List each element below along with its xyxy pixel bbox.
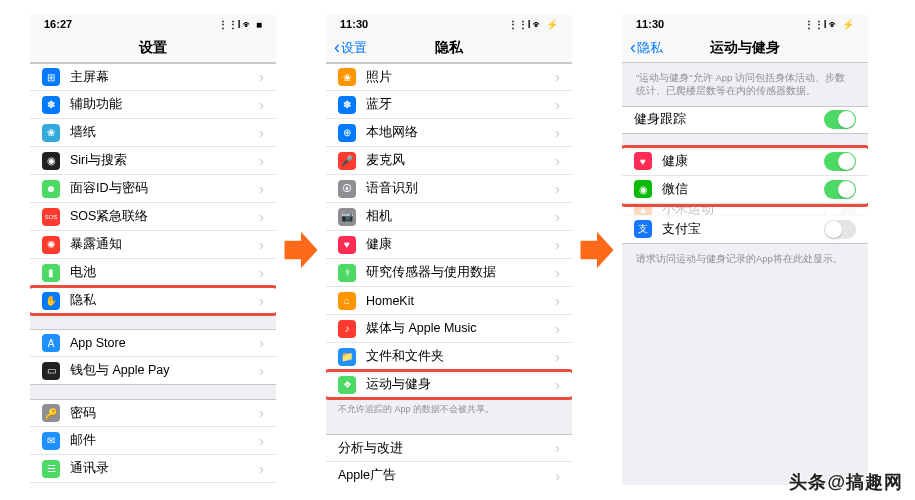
app-icon: ❀	[42, 124, 60, 142]
row-fitness-tracking[interactable]: 健身跟踪	[622, 106, 868, 134]
svg-marker-0	[285, 232, 318, 269]
chevron-left-icon: ‹	[630, 37, 636, 58]
app-icon: 🎤	[338, 152, 356, 170]
chevron-right-icon: ›	[259, 461, 264, 477]
chevron-left-icon: ‹	[334, 37, 340, 58]
settings-row[interactable]: ✽辅助功能›	[30, 91, 276, 119]
settings-row[interactable]: ☻面容ID与密码›	[30, 175, 276, 203]
settings-row[interactable]: ⊕本地网络›	[326, 119, 572, 147]
settings-row[interactable]: ♥健康	[622, 148, 868, 176]
settings-row[interactable]: ⦿语音识别›	[326, 175, 572, 203]
status-bar: 11:30 ⋮⋮l ᯤ ⚡	[326, 15, 572, 33]
settings-row[interactable]: ❀照片›	[326, 63, 572, 91]
apps-group: ♥健康◉微信▲小米运动支支付宝	[622, 148, 868, 244]
toggle-fitness-tracking[interactable]	[824, 110, 856, 129]
chevron-right-icon: ›	[259, 265, 264, 281]
settings-row[interactable]: ▭钱包与 Apple Pay›	[30, 357, 276, 385]
app-icon: ♥	[634, 152, 652, 170]
time: 11:30	[340, 18, 368, 30]
row-label: 本地网络	[366, 124, 555, 141]
settings-row[interactable]: ✽蓝牙›	[326, 91, 572, 119]
app-icon: ❀	[338, 68, 356, 86]
back-button[interactable]: ‹设置	[334, 37, 367, 58]
row-label: 微信	[662, 181, 824, 198]
settings-row[interactable]: ✉邮件›	[30, 427, 276, 455]
signal-wifi-battery: ⋮⋮l ᯤ ■	[218, 19, 262, 30]
toggle[interactable]	[824, 204, 856, 216]
chevron-right-icon: ›	[259, 405, 264, 421]
chevron-right-icon: ›	[555, 97, 560, 113]
page-title: 设置	[139, 39, 167, 57]
settings-row[interactable]: ▦日历›	[30, 483, 276, 485]
app-icon: 🔑	[42, 404, 60, 422]
settings-row[interactable]: ✋隐私›	[30, 287, 276, 315]
row-label: 电池	[70, 264, 259, 281]
settings-group-2: AApp Store›▭钱包与 Apple Pay›	[30, 329, 276, 385]
chevron-right-icon: ›	[555, 321, 560, 337]
chevron-right-icon: ›	[555, 293, 560, 309]
arrow-1	[276, 15, 326, 485]
settings-row[interactable]: ❖运动与健身›	[326, 371, 572, 399]
app-icon: ◉	[634, 180, 652, 198]
app-icon: ▲	[634, 204, 652, 216]
settings-row[interactable]: ▲小米运动	[622, 204, 868, 216]
back-button[interactable]: ‹隐私	[630, 37, 663, 58]
toggle[interactable]	[824, 180, 856, 199]
row-label: 健康	[662, 153, 824, 170]
nav-header: ‹设置 隐私	[326, 33, 572, 63]
row-label: 钱包与 Apple Pay	[70, 362, 259, 379]
app-icon: ✋	[42, 292, 60, 310]
row-label: 墙纸	[70, 124, 259, 141]
toggle[interactable]	[824, 220, 856, 239]
chevron-right-icon: ›	[259, 363, 264, 379]
app-icon: ⊕	[338, 124, 356, 142]
row-label: 辅助功能	[70, 96, 259, 113]
app-icon: A	[42, 334, 60, 352]
settings-row[interactable]: 📁文件和文件夹›	[326, 343, 572, 371]
settings-row[interactable]: ♥健康›	[326, 231, 572, 259]
chevron-right-icon: ›	[555, 209, 560, 225]
settings-row[interactable]: 🎤麦克风›	[326, 147, 572, 175]
signal-wifi-battery: ⋮⋮l ᯤ ⚡	[508, 19, 558, 30]
chevron-right-icon: ›	[259, 69, 264, 85]
settings-row[interactable]: Apple广告›	[326, 462, 572, 485]
settings-row[interactable]: ▮电池›	[30, 259, 276, 287]
chevron-right-icon: ›	[555, 125, 560, 141]
row-label: 文件和文件夹	[366, 348, 555, 365]
row-label: 通讯录	[70, 460, 259, 477]
settings-row[interactable]: ⚕研究传感器与使用数据›	[326, 259, 572, 287]
chevron-right-icon: ›	[259, 433, 264, 449]
row-label: 邮件	[70, 432, 259, 449]
settings-row[interactable]: ♪媒体与 Apple Music›	[326, 315, 572, 343]
app-icon: ✽	[338, 96, 356, 114]
settings-row[interactable]: AApp Store›	[30, 329, 276, 357]
settings-row[interactable]: 分析与改进›	[326, 434, 572, 462]
settings-row[interactable]: ❀墙纸›	[30, 119, 276, 147]
settings-row[interactable]: ◉Siri与搜索›	[30, 147, 276, 175]
settings-row[interactable]: ◉微信	[622, 176, 868, 204]
settings-row[interactable]: 🔑密码›	[30, 399, 276, 427]
row-label: 研究传感器与使用数据	[366, 264, 555, 281]
toggle[interactable]	[824, 152, 856, 171]
phone-motion-fitness: 11:30 ⋮⋮l ᯤ ⚡ ‹隐私 运动与健身 "运动与健身"允许 App 访问…	[622, 15, 868, 485]
row-label: 语音识别	[366, 180, 555, 197]
settings-row[interactable]: 📷相机›	[326, 203, 572, 231]
app-icon: ♪	[338, 320, 356, 338]
chevron-right-icon: ›	[555, 468, 560, 484]
row-label: 主屏幕	[70, 69, 259, 86]
settings-row[interactable]: ✺暴露通知›	[30, 231, 276, 259]
settings-row[interactable]: ⊞主屏幕›	[30, 63, 276, 91]
app-icon: ⦿	[338, 180, 356, 198]
settings-row[interactable]: 支支付宝	[622, 216, 868, 244]
app-icon: ⌂	[338, 292, 356, 310]
settings-row[interactable]: ⌂HomeKit›	[326, 287, 572, 315]
app-icon: 📷	[338, 208, 356, 226]
settings-row[interactable]: ☰通讯录›	[30, 455, 276, 483]
row-label: 蓝牙	[366, 96, 555, 113]
chevron-right-icon: ›	[555, 265, 560, 281]
settings-row[interactable]: SOSSOS紧急联络›	[30, 203, 276, 231]
watermark: 头条@搞趣网	[789, 470, 903, 494]
row-label: HomeKit	[366, 294, 555, 308]
app-icon: ♥	[338, 236, 356, 254]
app-icon: ⚕	[338, 264, 356, 282]
